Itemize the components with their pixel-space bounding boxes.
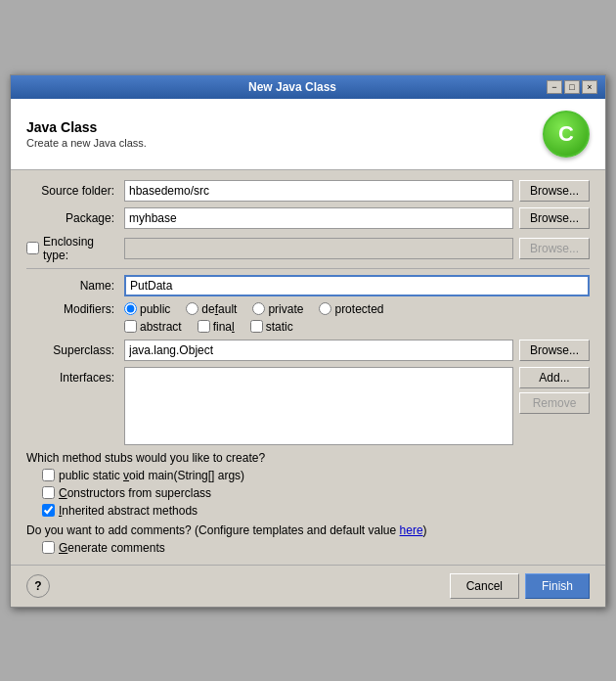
stub-main-method[interactable]: public static void main(String[] args): [42, 469, 590, 482]
title-bar: New Java Class − □ ×: [11, 75, 605, 99]
finish-button[interactable]: Finish: [525, 573, 590, 599]
cancel-button[interactable]: Cancel: [450, 573, 519, 599]
enclosing-type-row: Enclosing type: Browse...: [26, 235, 590, 262]
interfaces-label: Interfaces:: [26, 367, 124, 385]
enclosing-type-label: Enclosing type:: [43, 235, 114, 262]
dialog-header: Java Class Create a new Java class. C: [11, 99, 605, 170]
name-input[interactable]: [124, 275, 590, 296]
generate-comments-label: Generate comments: [59, 541, 165, 555]
package-label: Package:: [26, 211, 124, 225]
method-stubs-question: Which method stubs would you like to cre…: [26, 451, 590, 465]
modifiers-radio-group: public default private protected: [124, 302, 384, 316]
new-java-class-dialog: New Java Class − □ × Java Class Create a…: [10, 74, 606, 608]
modifier-default[interactable]: default: [186, 302, 237, 316]
header-text: Java Class Create a new Java class.: [26, 119, 147, 149]
superclass-row: Superclass: Browse...: [26, 340, 590, 361]
modifier-checks-group: abstract final static: [124, 320, 590, 334]
dialog-title: New Java Class: [248, 80, 336, 94]
comments-question: Do you want to add comments? (Configure …: [26, 523, 590, 537]
header-title: Java Class: [26, 119, 147, 135]
comments-here-link[interactable]: here: [400, 523, 423, 537]
stub-inherited[interactable]: Inherited abstract methods: [42, 504, 590, 518]
interfaces-row: Interfaces: Add... Remove: [26, 367, 590, 445]
title-bar-buttons: − □ ×: [547, 80, 597, 94]
remove-interface-button[interactable]: Remove: [519, 392, 590, 414]
minimize-button[interactable]: −: [547, 80, 562, 94]
source-folder-browse-button[interactable]: Browse...: [519, 180, 590, 202]
separator-1: [26, 268, 590, 269]
close-button[interactable]: ×: [582, 80, 597, 94]
modifier-abstract[interactable]: abstract: [124, 320, 182, 334]
interfaces-list[interactable]: [124, 367, 513, 445]
enclosing-type-browse-button[interactable]: Browse...: [519, 238, 590, 259]
source-folder-row: Source folder: Browse...: [26, 180, 590, 202]
help-button[interactable]: ?: [26, 574, 50, 598]
superclass-label: Superclass:: [26, 343, 124, 357]
generate-comments-row[interactable]: Generate comments: [42, 541, 590, 555]
package-input[interactable]: [124, 207, 513, 229]
source-folder-input[interactable]: [124, 180, 513, 202]
generate-comments-checkbox[interactable]: [42, 541, 55, 554]
name-label: Name:: [26, 279, 124, 293]
maximize-button[interactable]: □: [564, 80, 580, 94]
method-stubs-section: public static void main(String[] args) C…: [42, 469, 590, 518]
package-row: Package: Browse...: [26, 207, 590, 229]
footer-action-buttons: Cancel Finish: [450, 573, 590, 599]
interfaces-buttons: Add... Remove: [519, 367, 590, 414]
modifier-final[interactable]: final: [198, 320, 235, 334]
modifier-private[interactable]: private: [252, 302, 303, 316]
modifiers-row: Modifiers: public default private protec…: [26, 302, 590, 316]
dialog-footer: ? Cancel Finish: [11, 565, 605, 607]
stub-constructors[interactable]: Constructors from superclass: [42, 486, 590, 500]
source-folder-label: Source folder:: [26, 184, 124, 198]
enclosing-type-checkbox[interactable]: [26, 242, 39, 254]
modifier-protected[interactable]: protected: [319, 302, 383, 316]
superclass-browse-button[interactable]: Browse...: [519, 340, 590, 361]
modifiers-label: Modifiers:: [26, 302, 124, 316]
enclosing-type-input[interactable]: [124, 238, 513, 259]
modifier-public[interactable]: public: [124, 302, 170, 316]
add-interface-button[interactable]: Add...: [519, 367, 590, 388]
name-row: Name:: [26, 275, 590, 296]
superclass-input[interactable]: [124, 340, 513, 361]
dialog-body: Source folder: Browse... Package: Browse…: [11, 170, 605, 565]
header-subtitle: Create a new Java class.: [26, 137, 147, 149]
modifier-static[interactable]: static: [250, 320, 293, 334]
package-browse-button[interactable]: Browse...: [519, 207, 590, 229]
java-class-icon: C: [543, 111, 590, 158]
